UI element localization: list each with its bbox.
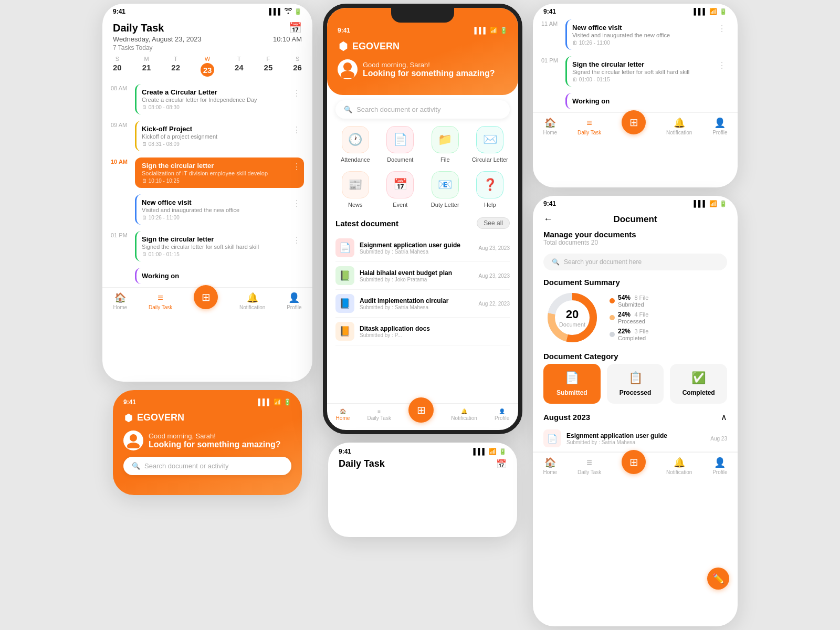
week-day-s20[interactable]: S20 [113,56,122,77]
main-fab-button[interactable]: ⊞ [408,397,434,423]
docnav-notif[interactable]: 🔔Notification [666,457,692,475]
task-working[interactable]: Working on [135,268,304,284]
rt-task-working[interactable]: Working on [565,93,729,109]
nav-daily-task[interactable]: ≡ Daily Task [149,292,172,310]
doc-icon-2: 📗 [335,266,354,285]
week-day-s26[interactable]: S26 [293,56,302,77]
greet-text-small: Good morning, Sarah! Looking for somethi… [149,432,281,449]
doc-list-icon-1: 📄 [543,429,561,447]
icon-event[interactable]: 📅 Event [381,171,421,208]
main-nav-profile[interactable]: 👤Profile [495,408,509,421]
main-status-bar: 9:41 ▌▌▌ 📶 🔋 [338,27,508,34]
docnav-profile[interactable]: 👤Profile [712,457,727,475]
cat-completed[interactable]: ✅ Completed [670,364,727,404]
rtnav-daily[interactable]: ≡Daily Task [578,118,601,135]
task-more-icon[interactable]: ⋮ [292,88,301,98]
rt-task-row-3: Working on [533,90,738,112]
doc-item-2: 📗 Halal bihalal event budget plan Submit… [335,262,510,290]
rtnav-notif[interactable]: 🔔Notification [666,117,692,135]
icon-grid-2: 📰 News 📅 Event 📧 Duty Letter [335,171,510,208]
collapse-icon[interactable]: ∧ [721,412,727,422]
task-sign-letter[interactable]: Sign the circular letter Socialization o… [135,158,304,188]
main-greet-text: Good morning, Sarah! Looking for somethi… [363,61,495,78]
logo-small: EGOVERN [123,412,291,423]
main-content: 🕐 Attendance 📄 Document 📁 File [327,119,518,403]
dt-title: Daily Task 📅 [113,22,302,34]
completed-icon: ✅ [691,371,706,385]
back-button[interactable]: ← [543,214,553,225]
doc-fab-button[interactable]: ✏️ [707,568,729,590]
bottom-nav-right: 🏠Home ≡Daily Task ⊞ 🔔Notification 👤Profi… [533,112,738,141]
duty-letter-icon: 📧 [432,171,459,198]
fab-doc[interactable]: ⊞ [622,450,646,474]
icon-attendance[interactable]: 🕐 Attendance [335,126,375,163]
news-icon: 📰 [342,171,369,198]
main-avatar [338,59,358,79]
icon-news[interactable]: 📰 News [335,171,375,208]
calendar-small-icon[interactable]: 📅 [496,459,507,469]
week-day-w23[interactable]: W23 [201,56,214,77]
fab-right[interactable]: ⊞ [622,110,646,134]
icon-help[interactable]: ❓ Help [470,171,510,208]
rt-task-more-2[interactable]: ⋮ [718,60,726,70]
home-small-card: 9:41 ▌▌▌ 📶 🔋 EGOVERN Good [113,390,302,495]
task-circular-letter[interactable]: Create a Circular Letter Create a circul… [135,84,304,114]
rtnav-home[interactable]: 🏠Home [543,117,557,135]
svg-point-1 [127,443,140,448]
nav-fab-left[interactable]: ⊞ [194,293,218,309]
rt-task-office[interactable]: New office visit Visited and inaugurated… [565,19,729,50]
main-nav-notif[interactable]: 🔔Notification [451,408,477,421]
daily-task-card-right: 9:41 ▌▌▌ 📶 🔋 11 AM New office visit Visi… [533,4,738,187]
doc-search-bar[interactable]: 🔍 Search your document here [543,254,727,270]
week-day-f25[interactable]: F25 [264,56,273,77]
icon-circular-letter[interactable]: ✉️ Circular Letter [470,126,510,163]
task-more-icon-5[interactable]: ⋮ [292,235,301,245]
nav-home[interactable]: 🏠 Home [113,292,127,310]
cat-processed[interactable]: 📋 Processed [607,364,664,404]
nav-notification[interactable]: 🔔 Notification [239,292,265,310]
search-bar-small[interactable]: 🔍 Search document or activity [123,457,291,475]
signal-small: ▌▌▌ [258,398,271,406]
icon-file[interactable]: 📁 File [425,126,465,163]
rt-task-sign[interactable]: Sign the circular letter Signed the circ… [565,56,729,87]
week-day-t24[interactable]: T24 [235,56,244,77]
doc-summary-row: 20 Document 54% 8 File Submitted [533,289,738,346]
rtnav-fab[interactable]: ⊞ [622,119,646,134]
week-day-t22[interactable]: T22 [171,56,180,77]
greet-row-small: Good morning, Sarah! Looking for somethi… [123,430,291,450]
doc-category-title: Document Category [533,346,738,364]
task-more-icon-2[interactable]: ⋮ [292,125,301,135]
cat-submitted[interactable]: 📄 Submitted [543,364,601,404]
dt-date: Wednesday, August 23, 2023 10:10 AM [113,35,302,43]
nav-profile[interactable]: 👤 Profile [287,292,301,310]
task-kickoff[interactable]: Kick-off Project Kickoff of a project es… [135,121,304,151]
task-more-icon-3[interactable]: ⋮ [292,162,301,172]
task-more-icon-4[interactable]: ⋮ [292,198,301,208]
rtnav-profile[interactable]: 👤Profile [712,117,727,135]
calendar-icon[interactable]: 📅 [289,22,302,34]
task-office-visit[interactable]: New office visit Visited and inaugurated… [135,194,304,225]
status-icons-left: ▌▌▌ 🔋 [269,8,302,15]
docnav-fab[interactable]: ⊞ [622,458,646,474]
status-bar-small: 9:41 ▌▌▌ 📶 🔋 [123,398,291,406]
icon-duty-letter[interactable]: 📧 Duty Letter [425,171,465,208]
main-nav-home[interactable]: 🏠Home [336,408,350,421]
week-day-m21[interactable]: M21 [142,56,151,77]
main-phone-card: 9:41 ▌▌▌ 📶 🔋 EGOVERN [323,4,522,434]
doc-item-1: 📄 Esignment application user guide Submi… [335,234,510,262]
task-row-1: 08 AM Create a Circular Letter Create a … [102,81,312,118]
icon-document[interactable]: 📄 Document [381,126,421,163]
docnav-home[interactable]: 🏠Home [543,457,557,475]
doc-manage: Manage your documents Total documents 20 [533,230,738,249]
main-search-bar[interactable]: 🔍 Search document or activity [335,100,510,119]
bottom-nav-left: 🏠 Home ≡ Daily Task ⊞ 🔔 Notification [102,287,312,316]
doc-search-icon: 🔍 [552,258,560,266]
svg-point-0 [130,434,137,442]
see-all-button[interactable]: See all [477,217,510,229]
docnav-daily[interactable]: ≡Daily Task [578,457,601,475]
fab-button-left[interactable]: ⊞ [194,285,218,309]
task-sign-letter-2[interactable]: Sign the circular letter Signed the circ… [135,231,304,261]
rt-task-more-1[interactable]: ⋮ [718,24,726,34]
main-nav-daily[interactable]: ≡Daily Task [368,408,391,421]
status-bar-left: 9:41 ▌▌▌ 🔋 [102,4,312,16]
